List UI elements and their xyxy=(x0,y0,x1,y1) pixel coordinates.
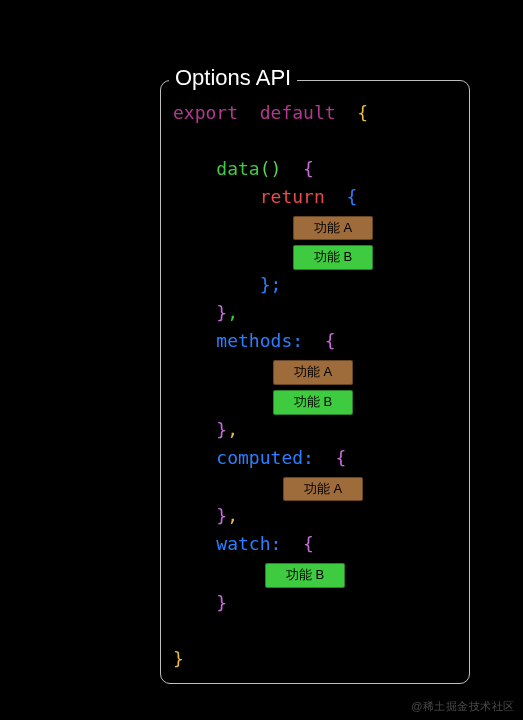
methods-label: methods: xyxy=(216,330,303,351)
line-methods: methods: { xyxy=(173,327,457,355)
brace-open-data: { xyxy=(303,158,314,179)
data-tag-b-row: 功能 B xyxy=(173,241,457,270)
methods-tag-b-row: 功能 B xyxy=(173,386,457,415)
feature-b-tag: 功能 B xyxy=(265,563,345,588)
data-fn-name: data xyxy=(216,158,259,179)
line-computed-close: }, xyxy=(173,502,457,530)
watch-label: watch: xyxy=(216,533,281,554)
keyword-export: export xyxy=(173,102,238,123)
line-export: export default { xyxy=(173,99,457,127)
panel-title: Options API xyxy=(169,65,297,91)
brace-close-methods: } xyxy=(216,419,227,440)
brace-open-return: { xyxy=(346,186,357,207)
line-computed: computed: { xyxy=(173,444,457,472)
options-api-panel: Options API export default { data() { re… xyxy=(160,80,470,684)
line-data-close: }, xyxy=(173,299,457,327)
brace-open-outer: { xyxy=(357,102,368,123)
feature-a-tag: 功能 A xyxy=(283,477,363,502)
line-return: return { xyxy=(173,183,457,211)
line-data: data() { xyxy=(173,155,457,183)
comma-data: , xyxy=(227,302,238,323)
blank-line xyxy=(173,127,457,155)
brace-close-data: } xyxy=(216,302,227,323)
methods-tag-a-row: 功能 A xyxy=(173,356,457,385)
line-watch-close: } xyxy=(173,589,457,617)
brace-open-computed: { xyxy=(336,447,347,468)
watch-tag-b-row: 功能 B xyxy=(173,559,457,588)
brace-open-methods: { xyxy=(325,330,336,351)
code-block: export default { data() { return { 功能 A … xyxy=(173,99,457,673)
watermark: @稀土掘金技术社区 xyxy=(411,699,515,714)
line-outer-close: } xyxy=(173,645,457,673)
feature-b-tag: 功能 B xyxy=(293,245,373,270)
line-watch: watch: { xyxy=(173,530,457,558)
computed-tag-a-row: 功能 A xyxy=(173,473,457,502)
data-parens: () xyxy=(260,158,282,179)
brace-close-computed: } xyxy=(216,505,227,526)
brace-close-watch: } xyxy=(216,592,227,613)
brace-open-watch: { xyxy=(303,533,314,554)
blank-line-2 xyxy=(173,617,457,645)
line-return-close: }; xyxy=(173,271,457,299)
line-methods-close: }, xyxy=(173,416,457,444)
data-tag-a-row: 功能 A xyxy=(173,212,457,241)
comma-methods: , xyxy=(227,419,238,440)
brace-close-return: }; xyxy=(260,274,282,295)
keyword-default: default xyxy=(260,102,336,123)
computed-label: computed: xyxy=(216,447,314,468)
feature-a-tag: 功能 A xyxy=(273,360,353,385)
return-keyword: return xyxy=(260,186,325,207)
comma-computed: , xyxy=(227,505,238,526)
feature-b-tag: 功能 B xyxy=(273,390,353,415)
brace-close-outer: } xyxy=(173,648,184,669)
feature-a-tag: 功能 A xyxy=(293,216,373,241)
